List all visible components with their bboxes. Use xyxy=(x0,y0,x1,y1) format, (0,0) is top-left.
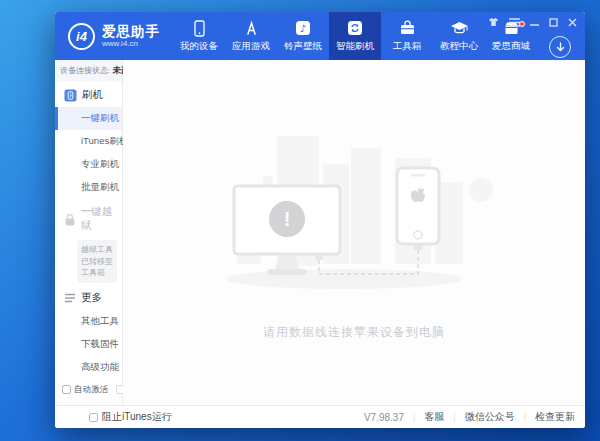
sidebar-item-other-tools[interactable]: 其他工具 xyxy=(55,310,122,333)
app-window: i4 爱思助手 www.i4.cn 我的设备 应用游戏 xyxy=(55,12,585,428)
flash-phone-icon xyxy=(64,89,77,102)
app-title: 爱思助手 xyxy=(102,24,160,40)
i4-logo-icon: i4 xyxy=(68,23,95,50)
sidebar-item-download-firmware[interactable]: 下载固件 xyxy=(55,333,122,356)
block-itunes-checkbox[interactable]: 阻止iTunes运行 xyxy=(89,410,172,424)
theme-skin-icon[interactable] xyxy=(488,17,499,27)
phone-graphic xyxy=(397,168,439,244)
tab-ringtone-wallpaper[interactable]: ♪ 铃声壁纸 xyxy=(277,12,329,60)
check-update-link[interactable]: 检查更新 xyxy=(535,410,575,424)
sidebar-item-pro-flash[interactable]: 专业刷机 xyxy=(55,153,122,176)
tab-label: 铃声壁纸 xyxy=(284,40,322,53)
cable-plug xyxy=(414,244,422,250)
tab-my-device[interactable]: 我的设备 xyxy=(173,12,225,60)
app-logo: i4 爱思助手 www.i4.cn xyxy=(55,12,173,60)
sidebar-item-advanced-features[interactable]: 高级功能 xyxy=(55,356,122,379)
tab-smart-flash[interactable]: 智能刷机 xyxy=(329,12,381,60)
tab-label: 爱思商城 xyxy=(492,40,530,53)
desktop-background: i4 爱思助手 www.i4.cn 我的设备 应用游戏 xyxy=(0,0,600,441)
cable-plug xyxy=(315,254,323,260)
checkbox-box[interactable] xyxy=(62,385,71,394)
tab-apps-games[interactable]: 应用游戏 xyxy=(225,12,277,60)
divider: | xyxy=(453,412,455,422)
ground-shadow xyxy=(226,269,462,289)
sidebar-group-jailbreak: 一键越狱 xyxy=(55,199,122,238)
lock-icon xyxy=(64,213,76,226)
window-controls xyxy=(488,17,577,27)
download-manager-button[interactable] xyxy=(549,36,571,58)
minimize-icon[interactable] xyxy=(530,18,539,27)
alert-exclamation: ! xyxy=(284,208,291,230)
wechat-official-link[interactable]: 微信公众号 xyxy=(465,410,515,424)
menu-icon[interactable] xyxy=(509,18,520,27)
maximize-icon[interactable] xyxy=(549,18,558,27)
tab-label: 应用游戏 xyxy=(232,40,270,53)
sidebar-group-label: 一键越狱 xyxy=(81,205,122,233)
divider: | xyxy=(524,412,526,422)
footer-bar: 阻止iTunes运行 V7.98.37 | 客服 | 微信公众号 | 检查更新 xyxy=(55,405,585,428)
header-bar: i4 爱思助手 www.i4.cn 我的设备 应用游戏 xyxy=(55,12,585,60)
music-note-icon: ♪ xyxy=(295,19,311,37)
tab-label: 工具箱 xyxy=(393,40,422,53)
activation-options: 自动激活 跳过向导 xyxy=(55,379,122,402)
tab-label: 智能刷机 xyxy=(336,40,374,53)
sidebar-group-more[interactable]: 更多 xyxy=(55,285,122,310)
tab-label: 教程中心 xyxy=(440,40,478,53)
tab-label: 我的设备 xyxy=(180,40,218,53)
sidebar-group-label: 刷机 xyxy=(82,88,103,102)
sidebar-item-one-key-flash[interactable]: 一键刷机 xyxy=(55,107,122,130)
sidebar-group-label: 更多 xyxy=(81,291,102,305)
connect-device-illustration: ! xyxy=(199,124,509,314)
more-lines-icon xyxy=(64,293,76,303)
flash-sync-icon xyxy=(347,19,363,37)
version-label: V7.98.37 xyxy=(364,412,404,423)
device-status-label: 设备连接状态: xyxy=(60,66,110,75)
tab-toolbox[interactable]: 工具箱 xyxy=(381,12,433,60)
tab-tutorial-center[interactable]: 教程中心 xyxy=(433,12,485,60)
device-status: 设备连接状态: 未连接 xyxy=(55,60,122,82)
app-url: www.i4.cn xyxy=(102,39,160,48)
sidebar-group-flash[interactable]: 刷机 xyxy=(55,82,122,107)
empty-state-hint: 请用数据线连接苹果设备到电脑 xyxy=(263,324,445,341)
graduation-cap-icon xyxy=(450,19,469,37)
close-icon[interactable] xyxy=(568,18,577,27)
divider: | xyxy=(413,412,415,422)
sidebar-item-itunes-flash[interactable]: iTunes刷机 xyxy=(55,130,122,153)
auto-activate-checkbox[interactable]: 自动激活 xyxy=(62,384,108,396)
appstore-a-icon xyxy=(243,19,260,37)
checkbox-box[interactable] xyxy=(89,413,98,422)
customer-service-link[interactable]: 客服 xyxy=(424,410,444,424)
sidebar: 设备连接状态: 未连接 刷机 一键刷机 iTunes刷机 专业刷机 批量刷机 一… xyxy=(55,60,123,405)
main-content: ! 请用数据线连接苹果设备到电脑 xyxy=(123,60,585,405)
toolbox-icon xyxy=(399,19,416,37)
device-icon xyxy=(192,19,207,37)
main-nav: 我的设备 应用游戏 ♪ 铃声壁纸 xyxy=(173,12,537,60)
sidebar-item-batch-flash[interactable]: 批量刷机 xyxy=(55,176,122,199)
svg-text:♪: ♪ xyxy=(300,23,306,34)
jailbreak-moved-note: 越狱工具已转移至工具箱 xyxy=(77,240,117,283)
